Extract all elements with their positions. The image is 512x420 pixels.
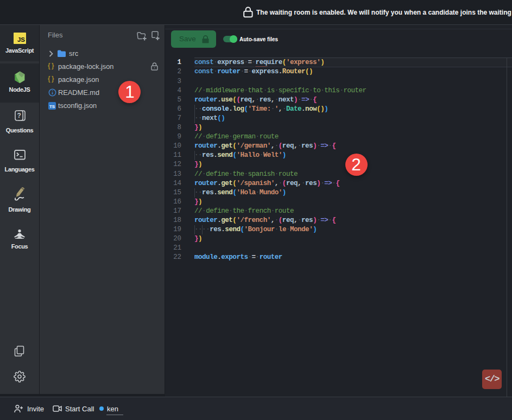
svg-text:?: ?	[17, 112, 21, 119]
